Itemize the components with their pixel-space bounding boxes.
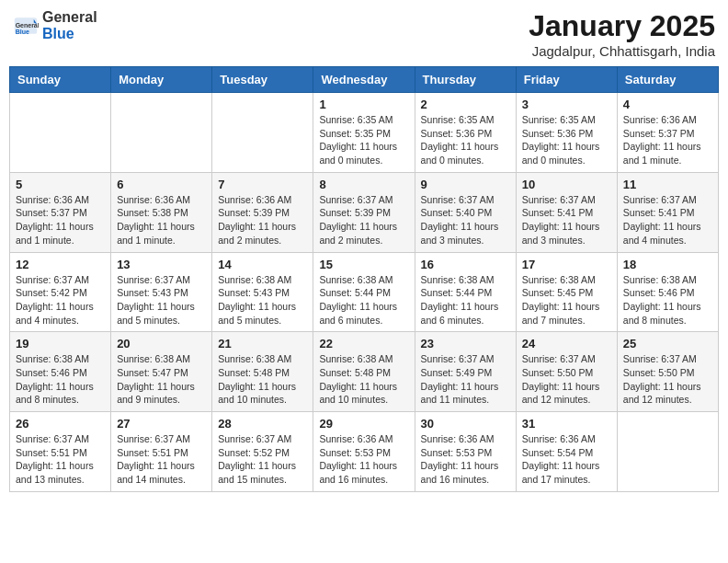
calendar-cell (111, 93, 212, 173)
day-info: Sunrise: 6:35 AM Sunset: 5:36 PM Dayligh… (522, 113, 611, 167)
calendar-cell: 13Sunrise: 6:37 AM Sunset: 5:43 PM Dayli… (111, 252, 212, 332)
day-number: 12 (16, 258, 105, 271)
day-number: 9 (421, 178, 510, 191)
logo-text: General Blue (42, 9, 97, 41)
calendar-week-row: 19Sunrise: 6:38 AM Sunset: 5:46 PM Dayli… (10, 332, 719, 412)
day-number: 24 (522, 337, 611, 350)
day-info: Sunrise: 6:37 AM Sunset: 5:39 PM Dayligh… (319, 193, 408, 247)
day-number: 2 (421, 98, 510, 111)
calendar-week-row: 5Sunrise: 6:36 AM Sunset: 5:37 PM Daylig… (10, 172, 719, 252)
calendar-header-row: SundayMondayTuesdayWednesdayThursdayFrid… (10, 67, 719, 93)
day-info: Sunrise: 6:37 AM Sunset: 5:51 PM Dayligh… (117, 432, 206, 487)
day-info: Sunrise: 6:36 AM Sunset: 5:37 PM Dayligh… (16, 193, 105, 247)
day-info: Sunrise: 6:38 AM Sunset: 5:48 PM Dayligh… (218, 352, 307, 407)
logo-icon: General Blue (13, 13, 39, 39)
day-number: 21 (218, 337, 307, 350)
day-info: Sunrise: 6:38 AM Sunset: 5:46 PM Dayligh… (16, 352, 105, 407)
day-number: 19 (16, 337, 105, 350)
month-title: January 2025 (529, 9, 715, 43)
calendar-cell: 8Sunrise: 6:37 AM Sunset: 5:39 PM Daylig… (313, 172, 415, 252)
weekday-header: Friday (516, 67, 617, 93)
calendar-cell: 15Sunrise: 6:38 AM Sunset: 5:44 PM Dayli… (313, 252, 415, 332)
weekday-header: Wednesday (313, 67, 415, 93)
day-number: 27 (117, 417, 206, 431)
calendar-cell: 28Sunrise: 6:37 AM Sunset: 5:52 PM Dayli… (212, 412, 313, 492)
day-number: 16 (421, 258, 510, 271)
logo-blue-text: Blue (42, 26, 97, 42)
calendar-week-row: 12Sunrise: 6:37 AM Sunset: 5:42 PM Dayli… (10, 252, 719, 332)
day-number: 25 (623, 337, 712, 350)
calendar-cell: 2Sunrise: 6:35 AM Sunset: 5:36 PM Daylig… (415, 93, 516, 173)
day-number: 28 (218, 417, 307, 431)
weekday-header: Thursday (415, 67, 516, 93)
weekday-header: Sunday (10, 67, 111, 93)
calendar-cell: 4Sunrise: 6:36 AM Sunset: 5:37 PM Daylig… (617, 93, 718, 173)
calendar-cell: 7Sunrise: 6:36 AM Sunset: 5:39 PM Daylig… (212, 172, 313, 252)
day-number: 8 (319, 178, 408, 191)
day-number: 26 (16, 417, 105, 431)
day-info: Sunrise: 6:37 AM Sunset: 5:40 PM Dayligh… (421, 193, 510, 247)
day-number: 15 (319, 258, 408, 271)
day-info: Sunrise: 6:36 AM Sunset: 5:53 PM Dayligh… (421, 432, 510, 487)
calendar-cell (617, 412, 718, 492)
day-info: Sunrise: 6:37 AM Sunset: 5:41 PM Dayligh… (623, 193, 712, 247)
weekday-header: Saturday (617, 67, 718, 93)
calendar-table: SundayMondayTuesdayWednesdayThursdayFrid… (9, 66, 719, 492)
calendar-cell: 12Sunrise: 6:37 AM Sunset: 5:42 PM Dayli… (10, 252, 111, 332)
location-subtitle: Jagdalpur, Chhattisgarh, India (529, 43, 715, 59)
day-info: Sunrise: 6:37 AM Sunset: 5:43 PM Dayligh… (117, 273, 206, 327)
calendar-cell: 20Sunrise: 6:38 AM Sunset: 5:47 PM Dayli… (111, 332, 212, 412)
day-info: Sunrise: 6:37 AM Sunset: 5:52 PM Dayligh… (218, 432, 307, 487)
calendar-cell: 22Sunrise: 6:38 AM Sunset: 5:48 PM Dayli… (313, 332, 415, 412)
day-info: Sunrise: 6:37 AM Sunset: 5:51 PM Dayligh… (16, 432, 105, 487)
calendar-cell: 9Sunrise: 6:37 AM Sunset: 5:40 PM Daylig… (415, 172, 516, 252)
calendar-cell: 11Sunrise: 6:37 AM Sunset: 5:41 PM Dayli… (617, 172, 718, 252)
calendar-cell: 24Sunrise: 6:37 AM Sunset: 5:50 PM Dayli… (516, 332, 617, 412)
calendar-cell: 1Sunrise: 6:35 AM Sunset: 5:35 PM Daylig… (313, 93, 415, 173)
day-info: Sunrise: 6:35 AM Sunset: 5:36 PM Dayligh… (421, 113, 510, 167)
day-info: Sunrise: 6:36 AM Sunset: 5:38 PM Dayligh… (117, 193, 206, 247)
calendar-cell: 31Sunrise: 6:36 AM Sunset: 5:54 PM Dayli… (516, 412, 617, 492)
calendar-week-row: 26Sunrise: 6:37 AM Sunset: 5:51 PM Dayli… (10, 412, 719, 492)
calendar-cell: 3Sunrise: 6:35 AM Sunset: 5:36 PM Daylig… (516, 93, 617, 173)
page-header: General Blue General Blue January 2025 J… (9, 9, 719, 59)
day-info: Sunrise: 6:36 AM Sunset: 5:37 PM Dayligh… (623, 113, 712, 167)
day-number: 1 (319, 98, 408, 111)
day-info: Sunrise: 6:37 AM Sunset: 5:42 PM Dayligh… (16, 273, 105, 327)
day-number: 13 (117, 258, 206, 271)
calendar-cell: 6Sunrise: 6:36 AM Sunset: 5:38 PM Daylig… (111, 172, 212, 252)
day-number: 20 (117, 337, 206, 350)
calendar-cell: 25Sunrise: 6:37 AM Sunset: 5:50 PM Dayli… (617, 332, 718, 412)
logo-general-text: General (42, 9, 97, 26)
day-info: Sunrise: 6:36 AM Sunset: 5:54 PM Dayligh… (522, 432, 611, 487)
day-info: Sunrise: 6:37 AM Sunset: 5:50 PM Dayligh… (522, 352, 611, 407)
calendar-week-row: 1Sunrise: 6:35 AM Sunset: 5:35 PM Daylig… (10, 93, 719, 173)
calendar-cell: 23Sunrise: 6:37 AM Sunset: 5:49 PM Dayli… (415, 332, 516, 412)
calendar-cell: 30Sunrise: 6:36 AM Sunset: 5:53 PM Dayli… (415, 412, 516, 492)
svg-text:Blue: Blue (16, 28, 29, 34)
calendar-cell: 18Sunrise: 6:38 AM Sunset: 5:46 PM Dayli… (617, 252, 718, 332)
logo: General Blue General Blue (13, 9, 97, 41)
calendar-cell: 19Sunrise: 6:38 AM Sunset: 5:46 PM Dayli… (10, 332, 111, 412)
weekday-header: Monday (111, 67, 212, 93)
day-info: Sunrise: 6:38 AM Sunset: 5:47 PM Dayligh… (117, 352, 206, 407)
calendar-cell: 14Sunrise: 6:38 AM Sunset: 5:43 PM Dayli… (212, 252, 313, 332)
calendar-cell: 17Sunrise: 6:38 AM Sunset: 5:45 PM Dayli… (516, 252, 617, 332)
calendar-cell: 16Sunrise: 6:38 AM Sunset: 5:44 PM Dayli… (415, 252, 516, 332)
calendar-cell (10, 93, 111, 173)
day-info: Sunrise: 6:35 AM Sunset: 5:35 PM Dayligh… (319, 113, 408, 167)
day-info: Sunrise: 6:36 AM Sunset: 5:53 PM Dayligh… (319, 432, 408, 487)
calendar-cell: 27Sunrise: 6:37 AM Sunset: 5:51 PM Dayli… (111, 412, 212, 492)
day-info: Sunrise: 6:38 AM Sunset: 5:44 PM Dayligh… (421, 273, 510, 327)
calendar-cell: 29Sunrise: 6:36 AM Sunset: 5:53 PM Dayli… (313, 412, 415, 492)
calendar-cell: 26Sunrise: 6:37 AM Sunset: 5:51 PM Dayli… (10, 412, 111, 492)
day-number: 3 (522, 98, 611, 111)
day-info: Sunrise: 6:37 AM Sunset: 5:49 PM Dayligh… (421, 352, 510, 407)
day-number: 5 (16, 178, 105, 191)
day-number: 10 (522, 178, 611, 191)
day-number: 4 (623, 98, 712, 111)
calendar-cell: 10Sunrise: 6:37 AM Sunset: 5:41 PM Dayli… (516, 172, 617, 252)
day-number: 6 (117, 178, 206, 191)
day-number: 17 (522, 258, 611, 271)
day-number: 18 (623, 258, 712, 271)
